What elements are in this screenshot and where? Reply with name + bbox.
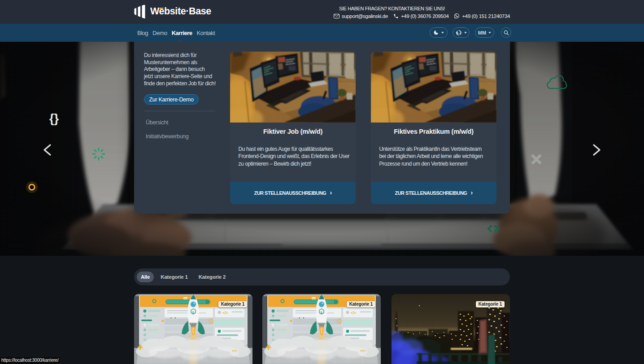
svg-text:{}: {}: [49, 112, 59, 125]
